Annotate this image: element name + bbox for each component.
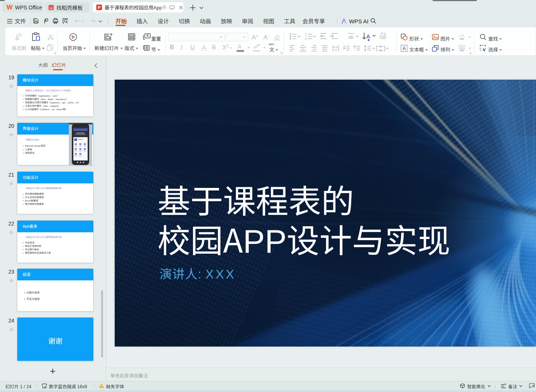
svg-text:P: P [98, 5, 101, 10]
svg-text:ab: ab [348, 35, 354, 40]
svg-text:W: W [6, 5, 13, 10]
svg-text:A: A [366, 33, 370, 39]
svg-text:1: 1 [305, 32, 307, 36]
svg-text:A: A [402, 45, 406, 51]
svg-text:2: 2 [305, 37, 307, 41]
